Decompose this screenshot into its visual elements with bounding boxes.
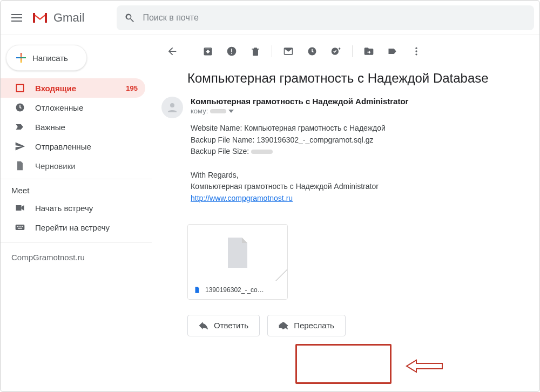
check-plus-icon [330,46,341,57]
file-icon [226,238,249,268]
email-content: Website Name: Компьютерная грамотность с… [191,123,529,205]
meet-section-heading: Meet [1,179,152,198]
clock-icon [307,46,318,57]
sender-avatar[interactable] [161,97,183,118]
gmail-app: Gmail Написать Входящие 195 [0,0,540,392]
sidebar-item-important[interactable]: Важные [1,117,145,137]
body-l2-label: Backup File Name: [191,136,256,144]
file-small-icon [193,286,201,294]
svg-rect-5 [17,226,18,227]
delete-button[interactable] [245,40,266,62]
svg-rect-1 [11,17,22,18]
important-icon [15,121,25,132]
clock-icon [15,102,25,113]
body-link[interactable]: http://www.compgramotnost.ru [191,194,293,202]
add-tasks-button[interactable] [325,40,347,62]
attachment-card[interactable]: 1390196302_-_co… [187,224,288,300]
svg-point-15 [415,48,417,49]
attachment-preview [188,225,287,281]
chevron-down-icon [228,110,234,113]
svg-point-17 [415,53,417,55]
sent-icon [15,141,25,152]
person-icon [166,101,179,114]
back-icon [166,45,178,57]
spam-icon [226,46,237,57]
spam-button[interactable] [221,40,242,62]
main-panel: Компьютерная грамотность с Надеждой Data… [152,35,539,391]
action-row: Ответить Переслать [152,300,539,336]
body-signoff: With Regards, [191,170,529,181]
body-l3-label: Backup File Size: [191,147,249,156]
forward-label: Переслать [294,321,334,330]
message-header: Компьютерная грамотность с Надеждой Admi… [152,97,539,205]
compose-button[interactable]: Написать [6,45,87,71]
more-vert-icon [411,46,422,57]
keyboard-icon [15,222,25,233]
hamburger-icon [11,14,22,22]
drafts-icon [15,160,25,171]
meet-join[interactable]: Перейти на встречу [1,218,145,237]
reply-button[interactable]: Ответить [187,315,260,336]
svg-rect-9 [18,228,22,229]
meet-start[interactable]: Начать встречу [1,198,145,218]
folder-move-icon [363,46,374,57]
svg-rect-6 [19,226,20,227]
label-icon [387,46,398,57]
recipient-line[interactable]: кому: [191,107,529,115]
svg-point-16 [415,50,417,52]
move-button[interactable] [358,40,380,62]
app-header: Gmail [1,1,539,35]
snooze-button[interactable] [301,40,323,62]
hangouts-identity: CompGramotnost.ru [1,242,152,272]
search-icon [124,12,135,23]
svg-rect-2 [11,21,22,22]
mail-icon [283,46,294,57]
forward-button[interactable]: Переслать [267,315,346,336]
body-l1-value: Компьютерная грамотность с Надеждой [244,124,385,132]
search-input[interactable] [141,12,526,23]
archive-icon [202,46,213,57]
sidebar-item-label: Черновики [35,161,76,171]
plus-icon [16,53,26,63]
email-subject: Компьютерная грамотность с Надеждой Data… [152,69,539,97]
gmail-logo[interactable]: Gmail [32,11,84,25]
sender-name: Компьютерная грамотность с Надеждой Admi… [191,97,529,106]
sidebar-item-snoozed[interactable]: Отложенные [1,98,145,117]
back-button[interactable] [161,40,183,62]
sidebar-item-drafts[interactable]: Черновики [1,156,145,175]
inbox-count: 195 [126,84,138,92]
body-signature: Компьютерная грамотность с Надеждой Admi… [191,181,529,193]
trash-icon [250,46,261,57]
reply-label: Ответить [214,321,248,330]
sidebar-item-label: Важные [35,123,65,132]
meet-item-label: Перейти на встречу [35,223,110,232]
attachment-bar: 1390196302_-_co… [188,281,287,299]
body-l1-label: Website Name: [191,124,244,132]
meet-item-label: Начать встречу [35,204,93,213]
toolbar-separator [352,45,353,57]
sidebar-item-inbox[interactable]: Входящие 195 [1,78,145,98]
svg-rect-7 [21,226,22,227]
archive-button[interactable] [197,40,219,62]
dog-ear [276,269,288,281]
search-bar[interactable] [117,5,534,30]
redacted-size [251,150,273,154]
labels-button[interactable] [382,40,403,62]
svg-rect-4 [16,225,25,230]
email-toolbar [152,35,539,69]
message-body: Компьютерная грамотность с Надеждой Admi… [191,97,529,205]
mark-unread-button[interactable] [278,40,299,62]
sidebar-item-sent[interactable]: Отправленные [1,137,145,156]
main-menu-button[interactable] [4,5,30,31]
attachment-name: 1390196302_-_co… [205,286,282,294]
reply-icon [199,322,208,329]
sidebar-item-label: Отложенные [35,103,83,112]
inbox-icon [15,83,25,93]
more-button[interactable] [406,40,427,62]
svg-point-18 [170,103,174,107]
svg-rect-8 [22,226,23,227]
svg-rect-12 [231,53,232,54]
forward-arrow-icon [279,322,288,329]
to-prefix: кому: [191,107,208,115]
video-icon [15,202,25,213]
